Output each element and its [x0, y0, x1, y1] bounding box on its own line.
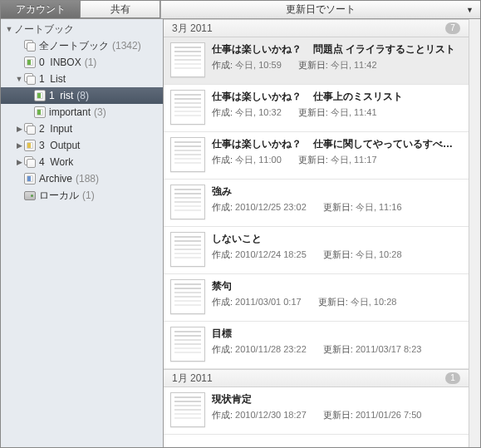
- note-row[interactable]: 強み作成: 2010/12/25 23:02更新日: 今日, 11:16: [164, 180, 469, 227]
- note-created: 作成: 今日, 10:59: [212, 59, 282, 71]
- sidebar-item-important[interactable]: important (3): [1, 104, 163, 121]
- note-subtitle: 仕事上のミスリスト: [313, 90, 403, 104]
- note-title: 目標: [212, 327, 232, 341]
- item-label: INBOX: [50, 57, 81, 68]
- note-thumbnail: [170, 392, 205, 427]
- item-count: (3): [94, 106, 106, 118]
- item-label: Output: [50, 140, 80, 151]
- note-thumbnail: [170, 137, 205, 172]
- note-created: 作成: 2010/12/24 18:25: [212, 249, 307, 261]
- note-row[interactable]: 仕事は楽しいかね？仕事に関してやっているすべ…作成: 今日, 11:00更新日:…: [164, 132, 469, 180]
- group-header[interactable]: 1月 20111: [164, 369, 469, 387]
- item-prefix: 1: [39, 73, 45, 85]
- group-header[interactable]: 3月 20117: [164, 19, 469, 37]
- disclosure-triangle-icon[interactable]: ▼: [14, 71, 24, 87]
- note-thumbnail: [170, 327, 205, 362]
- group-label: 1月 2011: [172, 372, 213, 386]
- notebook-icon: [24, 57, 36, 68]
- note-title: 仕事は楽しいかね？: [212, 90, 302, 104]
- note-title: 禁句: [212, 279, 232, 293]
- note-subtitle: 問題点 イライラすることリスト: [313, 42, 455, 57]
- note-row[interactable]: 現状肯定作成: 2010/12/30 18:27更新日: 2011/01/26 …: [164, 387, 469, 435]
- top-toolbar: アカウント 共有 更新日でソート ▼: [1, 1, 480, 19]
- note-updated: 更新日: 今日, 11:41: [298, 106, 377, 119]
- item-prefix: 0: [39, 57, 45, 68]
- item-count: (1): [82, 190, 95, 201]
- notebook-icon: [34, 106, 46, 118]
- note-created: 作成: 2011/03/01 0:17: [212, 296, 302, 308]
- item-label: important: [49, 106, 91, 118]
- sidebar-item-work[interactable]: ▶ 4 Work: [1, 154, 163, 170]
- tab-share[interactable]: 共有: [81, 1, 160, 18]
- note-row[interactable]: しないこと作成: 2010/12/24 18:25更新日: 今日, 10:28: [164, 227, 469, 274]
- note-row[interactable]: 禁句作成: 2011/03/01 0:17更新日: 今日, 10:28: [164, 274, 469, 322]
- sidebar-item-list[interactable]: ▼ 1 List: [1, 71, 163, 87]
- sidebar-item-inbox[interactable]: 0 INBOX (1): [1, 54, 163, 71]
- group-label: 3月 2011: [172, 22, 213, 36]
- section-label: ノートブック: [14, 22, 74, 37]
- item-label: Archive: [39, 173, 72, 185]
- drive-icon: [24, 191, 36, 200]
- notebook-stack-icon: [24, 40, 36, 52]
- note-updated: 更新日: 今日, 11:17: [298, 154, 377, 166]
- note-thumbnail: [170, 232, 205, 267]
- note-thumbnail: [170, 185, 205, 219]
- note-updated: 更新日: 今日, 10:28: [318, 296, 397, 308]
- item-prefix: 1: [49, 90, 55, 101]
- tab-bar: アカウント 共有: [1, 1, 160, 18]
- sidebar-item-input[interactable]: ▶ 2 Input: [1, 121, 163, 137]
- item-count: (1): [85, 57, 97, 68]
- sidebar-item-local[interactable]: ローカル (1): [1, 187, 163, 204]
- sidebar-section-notebooks[interactable]: ▼ ノートブック: [1, 21, 163, 37]
- note-row[interactable]: 仕事は楽しいかね？問題点 イライラすることリスト作成: 今日, 10:59更新日…: [164, 37, 469, 85]
- item-label: 全ノートブック: [39, 39, 109, 53]
- item-label: ローカル: [39, 189, 79, 203]
- sort-label: 更新日でソート: [286, 2, 356, 17]
- sidebar-item-rist[interactable]: 1 rist (8): [1, 87, 163, 104]
- notebook-icon: [24, 173, 36, 185]
- notebook-stack-icon: [24, 123, 36, 135]
- sidebar-item-all-notebooks[interactable]: 全ノートブック (1342): [1, 37, 163, 54]
- disclosure-triangle-icon[interactable]: ▼: [4, 21, 14, 37]
- note-created: 作成: 今日, 10:32: [212, 106, 282, 119]
- item-prefix: 2: [39, 123, 45, 135]
- item-count: (1342): [112, 40, 141, 52]
- item-prefix: 4: [39, 156, 45, 168]
- note-thumbnail: [170, 279, 205, 314]
- sidebar-item-archive[interactable]: Archive (188): [1, 170, 163, 187]
- note-updated: 更新日: 今日, 11:16: [323, 201, 402, 214]
- note-row[interactable]: 目標作成: 2010/11/28 23:22更新日: 2011/03/17 8:…: [164, 322, 469, 369]
- note-title: 仕事は楽しいかね？: [212, 137, 302, 151]
- notebook-stack-icon: [24, 73, 36, 85]
- item-label: rist: [60, 90, 73, 101]
- note-updated: 更新日: 2011/03/17 8:23: [323, 343, 422, 356]
- note-row[interactable]: 仕事は楽しいかね？仕事上のミスリスト作成: 今日, 10:32更新日: 今日, …: [164, 85, 469, 132]
- notebook-stack-icon: [24, 156, 36, 168]
- note-created: 作成: 2010/12/30 18:27: [212, 409, 307, 421]
- note-updated: 更新日: 今日, 10:28: [323, 249, 402, 261]
- note-title: しないこと: [212, 232, 262, 246]
- group-count-badge: 7: [445, 22, 460, 34]
- note-updated: 更新日: 2011/01/26 7:50: [323, 409, 422, 421]
- tab-account[interactable]: アカウント: [1, 1, 81, 18]
- chevron-down-icon: ▼: [466, 6, 474, 14]
- item-prefix: 3: [39, 140, 45, 151]
- scrollbar[interactable]: [469, 19, 480, 447]
- notebook-icon: [34, 90, 46, 101]
- disclosure-triangle-icon[interactable]: ▶: [14, 121, 24, 137]
- item-label: List: [50, 73, 66, 85]
- disclosure-triangle-icon[interactable]: ▶: [14, 137, 24, 154]
- note-created: 作成: 2010/11/28 23:22: [212, 343, 307, 356]
- item-count: (8): [76, 90, 89, 101]
- note-updated: 更新日: 今日, 11:42: [298, 59, 377, 71]
- notebook-icon: [24, 140, 36, 151]
- note-created: 作成: 今日, 11:00: [212, 154, 282, 166]
- item-label: Input: [50, 123, 72, 135]
- note-title: 強み: [212, 185, 232, 199]
- item-label: Work: [50, 156, 73, 168]
- disclosure-triangle-icon[interactable]: ▶: [14, 154, 24, 170]
- note-list[interactable]: 3月 20117仕事は楽しいかね？問題点 イライラすることリスト作成: 今日, …: [164, 19, 469, 447]
- sort-dropdown[interactable]: 更新日でソート ▼: [160, 1, 480, 18]
- note-subtitle: 仕事に関してやっているすべ…: [313, 137, 453, 151]
- sidebar-item-output[interactable]: ▶ 3 Output: [1, 137, 163, 154]
